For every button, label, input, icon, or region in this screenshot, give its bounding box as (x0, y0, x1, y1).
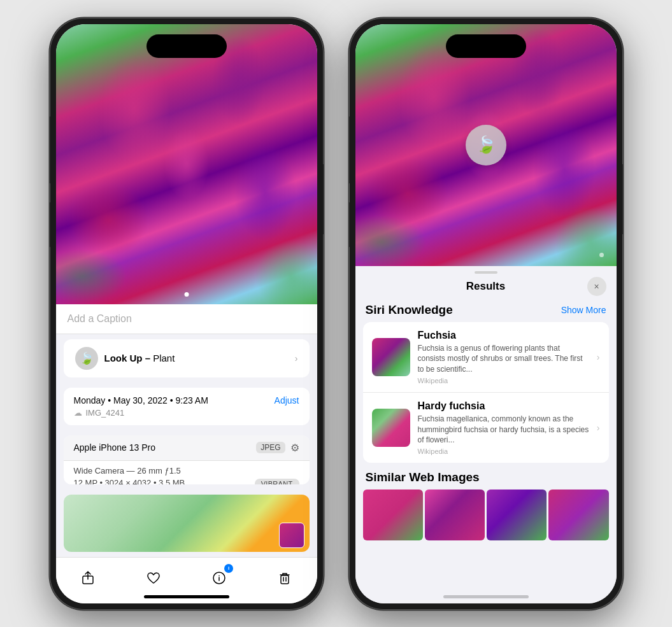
photo-dot-indicator-1 (184, 292, 189, 297)
map-preview[interactable] (64, 495, 310, 552)
home-indicator-1 (144, 595, 229, 598)
fuchsia-text: Fuchsia Fuchsia is a genus of flowering … (418, 330, 589, 384)
caption-area[interactable]: Add a Caption (56, 304, 317, 334)
siri-knowledge-title: Siri Knowledge (366, 303, 453, 317)
fuchsia-thumb-img (372, 338, 410, 376)
show-more-button[interactable]: Show More (561, 305, 606, 315)
home-indicator-2 (443, 595, 529, 598)
favorite-button[interactable] (141, 565, 166, 591)
delete-button[interactable] (272, 565, 297, 591)
leaf-icon: 🍃 (80, 351, 94, 365)
hardy-chevron-icon: › (597, 423, 600, 433)
similar-image-4[interactable] (548, 490, 608, 540)
info-button[interactable]: i (206, 565, 232, 591)
share-button[interactable] (75, 565, 101, 591)
volume-down-button (50, 202, 50, 247)
device-name: Apple iPhone 13 Pro (74, 442, 155, 453)
phone-1-screen: Add a Caption 🍃 Look Up – Plant › (56, 24, 317, 603)
photo-area-2: 🍃 (355, 24, 617, 266)
phone-2: 🍃 Results × (349, 18, 623, 610)
hardy-thumb-img (372, 409, 410, 447)
lookup-plain: Plant (150, 353, 175, 363)
knowledge-card: Fuchsia Fuchsia is a genus of flowering … (363, 322, 609, 463)
device-row: Apple iPhone 13 Pro JPEG ⚙ (64, 435, 310, 461)
caption-placeholder: Add a Caption (68, 313, 132, 324)
phone-1-content: Add a Caption 🍃 Look Up – Plant › (56, 24, 317, 603)
camera-type: Wide Camera — 26 mm ƒ1.5 (74, 466, 299, 476)
hardy-thumb (372, 409, 410, 447)
close-icon: × (594, 282, 599, 291)
results-sheet: Results × Siri Knowledge Show More (355, 266, 617, 603)
similar-image-1[interactable] (363, 490, 423, 540)
photo-dot-indicator-2 (599, 253, 604, 257)
fuchsia-thumb (372, 338, 410, 376)
svg-rect-3 (281, 575, 289, 584)
similar-title: Similar Web Images (366, 470, 606, 484)
camera-details: Wide Camera — 26 mm ƒ1.5 12 MP • 3024 × … (64, 461, 310, 484)
hardy-title: Hardy fuchsia (418, 400, 589, 412)
fuchsia-source: Wikipedia (418, 377, 589, 384)
siri-leaf-icon: 🍃 (476, 135, 496, 155)
meta-section: Monday • May 30, 2022 • 9:23 AM Adjust ☁… (64, 388, 310, 425)
phone-2-content: 🍃 Results × (355, 24, 617, 603)
dot-2 (599, 253, 604, 257)
info-badge-text: i (228, 565, 229, 571)
fuchsia-description: Fuchsia is a genus of flowering plants t… (418, 343, 589, 375)
results-header: Results × (355, 274, 617, 298)
power-button-2 (622, 164, 623, 234)
info-area-1: Add a Caption 🍃 Look Up – Plant › (56, 304, 317, 557)
volume-up-button (50, 132, 50, 183)
meta-filename-row: ☁ IMG_4241 (74, 408, 299, 418)
cloud-icon: ☁ (74, 408, 82, 418)
dynamic-island-2 (446, 34, 526, 58)
info-badge: i (224, 564, 233, 573)
knowledge-item-fuchsia[interactable]: Fuchsia Fuchsia is a genus of flowering … (363, 322, 609, 393)
leaf-icon-circle: 🍃 (75, 347, 98, 370)
siri-knowledge-header: Siri Knowledge Show More (366, 303, 606, 317)
hardy-source: Wikipedia (418, 447, 589, 455)
dynamic-island-1 (147, 34, 227, 58)
similar-image-3[interactable] (487, 490, 547, 540)
device-badges: JPEG ⚙ (256, 442, 299, 454)
meta-date-row: Monday • May 30, 2022 • 9:23 AM Adjust (74, 395, 299, 405)
similar-section: Similar Web Images (363, 470, 609, 540)
fuchsia-chevron-icon: › (597, 352, 600, 362)
results-body: Siri Knowledge Show More Fuchsia (355, 298, 617, 590)
settings-icon: ⚙ (290, 442, 299, 454)
siri-lookup-button[interactable]: 🍃 (466, 125, 506, 166)
similar-image-2[interactable] (425, 490, 485, 540)
hardy-description: Fuchsia magellanica, commonly known as t… (418, 414, 589, 446)
similar-images-row (363, 490, 609, 540)
volume-up-button-2 (349, 132, 350, 183)
svg-point-2 (218, 575, 220, 576)
meta-filename: IMG_4241 (86, 408, 125, 418)
adjust-button[interactable]: Adjust (275, 395, 299, 405)
map-thumbnail (279, 523, 304, 548)
flower-photo-1 (56, 24, 317, 304)
volume-down-button-2 (349, 202, 350, 247)
close-button[interactable]: × (587, 277, 606, 296)
results-title: Results (466, 280, 505, 293)
fuchsia-title: Fuchsia (418, 330, 589, 341)
device-section: Apple iPhone 13 Pro JPEG ⚙ Wide Camera —… (64, 435, 310, 484)
specs-line: 12 MP • 3024 × 4032 • 3.5 MB (74, 478, 185, 484)
photo-area-1[interactable] (56, 24, 317, 304)
meta-date: Monday • May 30, 2022 • 9:23 AM (74, 395, 208, 405)
phones-container: Add a Caption 🍃 Look Up – Plant › (37, 5, 636, 623)
specs-row: 12 MP • 3024 × 4032 • 3.5 MB VIBRANT (74, 478, 299, 484)
knowledge-item-hardy[interactable]: Hardy fuchsia Fuchsia magellanica, commo… (363, 393, 609, 463)
lookup-chevron-icon: › (295, 353, 298, 363)
lookup-bold: Look Up – (104, 353, 151, 363)
lookup-label: Look Up – Plant (104, 353, 175, 363)
lookup-row[interactable]: 🍃 Look Up – Plant › (64, 339, 310, 377)
hardy-text: Hardy fuchsia Fuchsia magellanica, commo… (418, 400, 589, 455)
phone-2-screen: 🍃 Results × (355, 24, 617, 603)
dot-1 (184, 292, 189, 297)
power-button (323, 164, 324, 234)
flower-overlay-1 (56, 24, 317, 304)
vibrant-badge: VIBRANT (255, 479, 299, 484)
phone-1: Add a Caption 🍃 Look Up – Plant › (50, 18, 324, 610)
jpeg-badge: JPEG (256, 442, 285, 453)
